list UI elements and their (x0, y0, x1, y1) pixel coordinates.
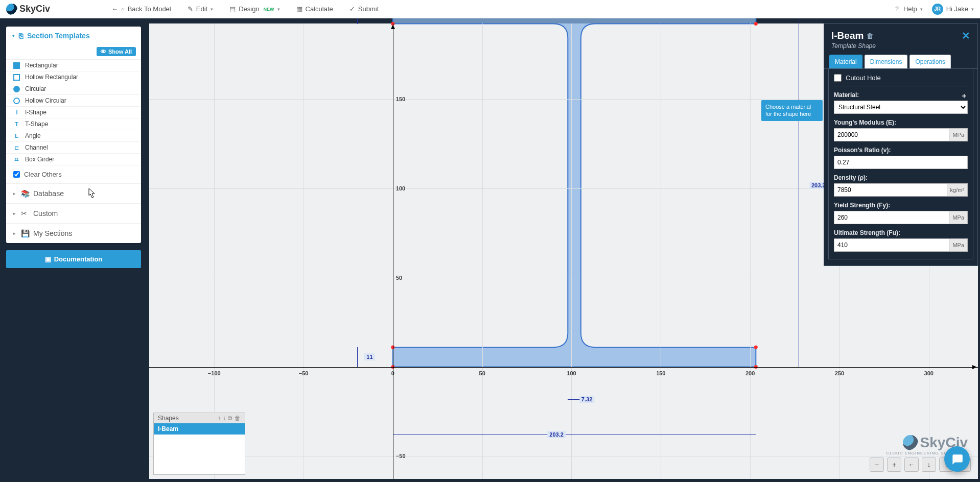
chat-icon (950, 452, 964, 466)
delete-icon[interactable]: 🗑 (235, 415, 241, 422)
back-arrow-icon: ← (111, 5, 118, 13)
chat-fab[interactable] (944, 446, 970, 472)
field-label: Poisson's Ratio (v): (834, 147, 968, 154)
shapes-body (154, 435, 245, 474)
xtick-label: −50 (299, 370, 309, 376)
field-label: Density (ρ): (834, 174, 968, 181)
zoom-in-button[interactable]: + (887, 457, 901, 472)
xtick-label: 150 (656, 370, 665, 376)
nav-calculate[interactable]: ▦ Calculate (296, 5, 333, 13)
accordion-custom[interactable]: ▸✂Custom (6, 203, 141, 223)
section-icon: 💾 (21, 229, 28, 237)
nav-design-label: Design (239, 5, 259, 13)
templates-header[interactable]: ▾ ⎘ Section Templates (6, 27, 141, 45)
template-label: T-Shape (25, 120, 48, 128)
nav-submit-label: Submit (358, 5, 379, 13)
template-t-shape[interactable]: T-Shape (6, 118, 141, 130)
accordion-label: Custom (33, 209, 58, 218)
template-hollow-rectangular[interactable]: Hollow Rectangular (6, 71, 141, 83)
field-input[interactable] (834, 238, 949, 252)
xtick-label: 200 (745, 370, 755, 376)
unit-label: MPa (949, 128, 968, 141)
pan-left-button[interactable]: ← (904, 457, 919, 472)
accordion-database[interactable]: ▸📚Database (6, 183, 141, 203)
template-label: I-Shape (25, 109, 46, 116)
cutout-label: Cutout Hole (846, 74, 881, 82)
material-label: Material: (834, 91, 859, 99)
logo-text: SkyCiv (19, 4, 50, 14)
avatar: JR (932, 4, 943, 15)
template-hollow-circular[interactable]: Hollow Circular (6, 95, 141, 107)
caret-right-icon: ▸ (13, 231, 16, 236)
nav-design[interactable]: ▤ Design NEW ▾ (229, 5, 279, 13)
tab-material[interactable]: Material (829, 55, 862, 68)
move-up-icon[interactable]: ↑ (218, 415, 221, 422)
template-label: Channel (25, 144, 48, 151)
documentation-label: Documentation (54, 255, 103, 263)
tab-operations[interactable]: Operations (909, 55, 951, 68)
template-rectangular[interactable]: Rectangular (6, 60, 141, 71)
template-i-shape[interactable]: I-Shape (6, 107, 141, 118)
field-input[interactable] (834, 183, 947, 197)
panel-title: I-Beam (831, 30, 864, 41)
field-input[interactable] (834, 211, 949, 224)
nav-help-label: Help (903, 5, 917, 13)
accordion-my-sections[interactable]: ▸💾My Sections (6, 223, 141, 243)
xtick-label: 100 (567, 370, 576, 376)
logo[interactable]: SkyCiv (6, 4, 50, 15)
shape-row-ibeam[interactable]: I-Beam (154, 423, 245, 435)
nav-back[interactable]: ← ⌂ Back To Model (111, 5, 171, 13)
xtick-label: −100 (208, 370, 221, 376)
xtick-label: 300 (924, 370, 934, 376)
trash-icon[interactable]: 🗑 (867, 32, 873, 40)
template-angle[interactable]: Angle (6, 130, 141, 142)
left-sidebar: ▾ ⎘ Section Templates 👁 Show All Rectang… (0, 18, 147, 482)
move-down-icon[interactable]: ↓ (223, 415, 226, 422)
template-box-girder[interactable]: Box Girder (6, 154, 141, 165)
documentation-button[interactable]: ▣ Documentation (6, 250, 141, 268)
user-greeting: Hi Jake (946, 5, 968, 13)
template-label: Hollow Rectangular (25, 74, 78, 81)
clear-others-row[interactable]: Clear Others (6, 165, 141, 183)
shape-icon (13, 144, 20, 151)
field-input[interactable] (834, 128, 949, 141)
template-circular[interactable]: Circular (6, 83, 141, 95)
nav-help[interactable]: ？ Help ▾ (894, 5, 923, 14)
clear-others-label: Clear Others (24, 171, 62, 178)
show-all-button[interactable]: 👁 Show All (97, 47, 136, 56)
shape-icon (13, 98, 20, 104)
dim-web: 7.32 (579, 396, 594, 403)
nav-edit-label: Edit (196, 5, 207, 13)
xtick-label: 50 (479, 370, 485, 376)
nav-edit[interactable]: ✎ Edit ▾ (188, 5, 213, 13)
tab-dimensions[interactable]: Dimensions (865, 55, 908, 68)
book-icon: ▣ (45, 255, 51, 263)
template-channel[interactable]: Channel (6, 142, 141, 154)
top-nav: ← ⌂ Back To Model ✎ Edit ▾ ▤ Design NEW … (111, 5, 379, 13)
shape-icon (13, 74, 20, 81)
field-input[interactable] (834, 156, 968, 169)
close-icon[interactable]: ✕ (962, 31, 970, 41)
dim-flange-bottom: 11 (364, 353, 375, 360)
clear-others-checkbox[interactable] (13, 171, 20, 178)
caret-right-icon: ▸ (13, 211, 16, 216)
add-material-button[interactable]: ＋ (961, 91, 968, 101)
pan-down-button[interactable]: ↓ (922, 457, 936, 472)
material-select[interactable]: Structural Steel (834, 101, 968, 114)
template-label: Box Girder (25, 156, 54, 163)
nav-submit[interactable]: ✓ Submit (349, 5, 379, 13)
copy-icon[interactable]: ⧉ (228, 415, 232, 422)
zoom-out-button[interactable]: − (870, 457, 884, 472)
ytick-label: 150 (396, 96, 405, 102)
user-menu[interactable]: JR Hi Jake ▾ (932, 4, 974, 15)
caret-down-icon: ▾ (920, 7, 923, 12)
shape-icon (13, 86, 20, 92)
section-icon: 📚 (21, 189, 28, 198)
material-tooltip: Choose a material for the shape here (761, 100, 823, 121)
panel-title-row: I-Beam 🗑 (831, 30, 873, 41)
cutout-checkbox[interactable] (834, 74, 842, 82)
unit-label: kg/m³ (947, 183, 968, 197)
shape-icon (13, 121, 20, 128)
template-list: RectangularHollow RectangularCircularHol… (6, 59, 141, 165)
top-bar: SkyCiv ← ⌂ Back To Model ✎ Edit ▾ ▤ Desi… (0, 0, 980, 18)
